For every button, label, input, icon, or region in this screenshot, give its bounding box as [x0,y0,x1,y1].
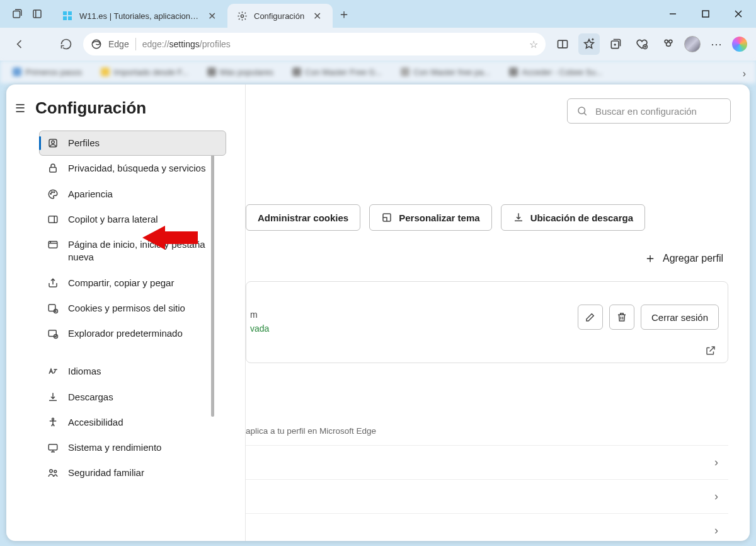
settings-search-input[interactable]: Buscar en configuración [567,98,731,124]
tab-strip-icons [5,8,49,20]
manage-cookies-button[interactable]: Administrar cookies [246,204,360,231]
btn-label: Ubicación de descarga [530,212,633,223]
titlebar: W11.es | Tutoriales, aplicaciones y ✕ Co… [0,0,756,28]
new-tab-button[interactable]: ＋ [333,0,355,28]
more-menu-button[interactable]: ⋯ [706,33,727,55]
sidebar-item-share[interactable]: Compartir, copiar y pegar [39,270,226,296]
tab-w11[interactable]: W11.es | Tutoriales, aplicaciones y ✕ [53,4,227,28]
add-profile-button[interactable]: ＋ Agregar perfil [644,250,723,267]
edit-profile-button[interactable] [578,305,603,330]
favorites-icon[interactable] [578,33,600,55]
sidebar-item-label: Seguridad familiar [68,467,144,479]
sidebar-item-family[interactable]: Seguridad familiar [39,460,226,485]
scrollbar[interactable] [211,133,214,417]
refresh-button[interactable] [55,33,77,55]
sidebar-item-system[interactable]: Sistema y rendimiento [39,435,226,460]
tab-settings[interactable]: Configuración ✕ [227,4,333,28]
sidebar-item-label: Idiomas [68,365,101,378]
plus-icon: ＋ [644,250,656,267]
close-icon[interactable]: ✕ [311,10,324,22]
theme-icon [381,212,392,223]
cookies-icon [47,303,59,314]
sidebar-item-label: Sistema y rendimiento [68,441,161,454]
bookmarks-overflow-button[interactable]: › [743,68,746,79]
accessibility-icon [47,417,59,428]
svg-point-18 [52,191,53,192]
search-icon [576,105,588,117]
sidebar-list: Perfiles Privacidad, búsqueda y servicio… [6,131,245,486]
download-icon [47,392,59,403]
add-profile-label: Agregar perfil [663,253,723,264]
tab-title: Configuración [254,11,304,21]
svg-point-26 [52,418,54,420]
split-screen-icon[interactable] [552,33,573,55]
minimize-button[interactable] [660,1,685,26]
external-link-icon[interactable] [705,345,716,356]
sidebar-item-downloads[interactable]: Descargas [39,385,226,410]
sidebar-item-default-browser[interactable]: Explorador predeterminado [39,321,226,346]
list-item[interactable]: › [246,513,728,541]
sidebar-item-appearance[interactable]: Apariencia [39,182,226,207]
quick-actions: Administrar cookies Personalizar tema Ub… [246,204,645,231]
svg-point-12 [665,40,668,43]
download-location-button[interactable]: Ubicación de descarga [501,204,645,231]
chevron-right-icon: › [714,490,718,503]
profile-card: m vada Cerrar sesión [246,281,728,363]
menu-icon[interactable]: ☰ [15,102,25,115]
close-icon[interactable]: ✕ [205,10,219,22]
svg-rect-16 [50,168,57,173]
tabs: W11.es | Tutoriales, aplicaciones y ✕ Co… [53,0,355,28]
list-item[interactable]: › [246,479,728,513]
separator [135,38,136,50]
gear-icon [236,10,248,21]
tabs-overview-icon[interactable] [11,8,23,20]
maximize-button[interactable] [693,1,718,26]
favorite-star-icon[interactable]: ☆ [529,38,538,50]
personalize-theme-button[interactable]: Personalizar tema [369,204,491,231]
toolbar-actions: ⋯ [552,33,747,55]
sidebar-item-accessibility[interactable]: Accesibilidad [39,410,226,435]
toolbar: Edge edge://settings/profiles ☆ ⋯ [0,28,756,61]
download-icon [513,212,524,223]
copilot-icon[interactable] [732,37,747,52]
svg-rect-2 [63,11,67,15]
profile-avatar[interactable] [684,36,701,52]
share-icon [47,277,59,289]
close-window-button[interactable] [726,1,751,26]
sidebar-item-cookies[interactable]: Cookies y permisos del sitio [39,296,226,321]
search-placeholder: Buscar en configuración [595,106,697,117]
btn-label: Personalizar tema [399,212,479,223]
sidebar-title: Configuración [35,98,146,118]
collections-icon[interactable] [605,33,626,55]
svg-rect-4 [63,16,67,20]
sidebar-item-label: Privacidad, búsqueda y servicios [68,162,205,175]
language-icon [47,366,59,377]
svg-rect-24 [49,330,56,337]
brand-label: Edge [108,39,129,49]
svg-rect-20 [49,216,57,223]
address-bar[interactable]: Edge edge://settings/profiles ☆ [83,33,546,55]
svg-point-6 [241,15,243,17]
chevron-right-icon: › [714,524,718,537]
sidebar-item-label: Perfiles [68,137,100,149]
sidebar-item-label: Explorador predeterminado [68,327,183,340]
svg-point-13 [669,40,672,43]
extensions-icon[interactable] [658,33,679,55]
vertical-tabs-icon[interactable] [32,8,43,20]
bookmarks-bar: Primeros pasos Importado desde F... Más … [0,61,756,83]
delete-profile-button[interactable] [609,305,634,330]
sidebar-item-privacy[interactable]: Privacidad, búsqueda y servicios [39,156,226,181]
sidebar-item-languages[interactable]: Idiomas [39,359,226,384]
profile-email-fragment: m [250,310,258,320]
svg-rect-1 [33,10,41,18]
svg-rect-7 [702,11,709,17]
svg-rect-5 [68,16,72,20]
back-button[interactable] [9,33,30,55]
svg-marker-30 [142,226,198,250]
list-item[interactable]: › [246,445,728,479]
annotation-arrow [142,224,199,252]
signout-button[interactable]: Cerrar sesión [641,305,719,330]
svg-point-17 [50,193,52,194]
heart-icon[interactable] [631,33,653,55]
sidebar-item-profiles[interactable]: Perfiles [39,131,226,156]
